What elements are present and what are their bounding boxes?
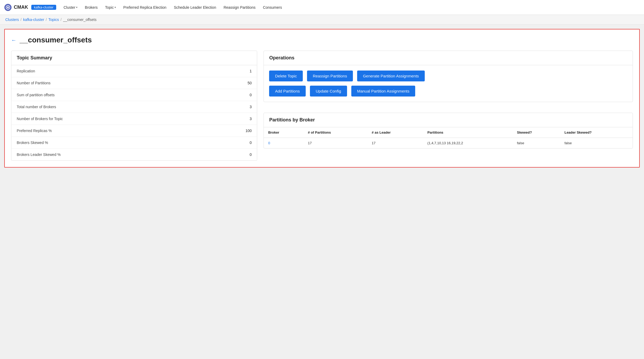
summary-row-total-brokers: Total number of Brokers 3 [11, 101, 257, 113]
manual-partition-assignments-button[interactable]: Manual Partition Assignments [351, 86, 415, 97]
skewed-cell: false [513, 138, 560, 148]
operations-header: Operations [264, 51, 633, 65]
btn-row-2: Add Partitions Update Config Manual Part… [269, 86, 627, 97]
breadcrumb: Clusters / kafka-cluster / Topics / __co… [0, 15, 644, 25]
reassign-partitions-button[interactable]: Reassign Partitions [307, 71, 353, 81]
topic-summary-card: Topic Summary Replication 1 Number of Pa… [11, 51, 257, 161]
svg-point-2 [7, 7, 9, 8]
back-arrow[interactable]: ← [11, 37, 16, 43]
broker-table-header-row: Broker # of Partitions # as Leader Parti… [264, 127, 633, 138]
nav-item-reassign-partitions[interactable]: Reassign Partitions [220, 3, 259, 12]
partitions-by-broker-card: Partitions by Broker Broker # of Partiti… [264, 113, 633, 148]
update-config-button[interactable]: Update Config [310, 86, 347, 97]
num-as-leader-cell: 17 [367, 138, 423, 148]
num-partitions-cell: 17 [304, 138, 367, 148]
nav-item-schedule-leader[interactable]: Schedule Leader Election [171, 3, 220, 12]
breadcrumb-sep-3: / [60, 17, 62, 22]
brand-name: CMAK [14, 5, 28, 10]
skewed-col-header: Skewed? [513, 127, 560, 138]
operations-card: Operations Delete Topic Reassign Partiti… [264, 51, 633, 102]
topic-summary-header: Topic Summary [11, 51, 257, 65]
partitions-col-header: Partitions [423, 127, 513, 138]
topic-dropdown-arrow: ▾ [115, 6, 116, 9]
brand: CMAK [4, 4, 28, 11]
breadcrumb-sep-2: / [46, 17, 47, 22]
breadcrumb-sep-1: / [20, 17, 21, 22]
summary-row-brokers-for-topic: Number of Brokers for Topic 3 [11, 113, 257, 125]
partitions-cell: (1,4,7,10,13 16,19,22,2 [423, 138, 513, 148]
breadcrumb-clusters[interactable]: Clusters [5, 17, 19, 22]
cluster-dropdown-arrow: ▾ [76, 6, 77, 9]
summary-row-brokers-leader-skewed: Brokers Leader Skewed % 0 [11, 149, 257, 160]
nav-item-brokers[interactable]: Brokers [82, 3, 101, 12]
generate-partition-assignments-button[interactable]: Generate Partition Assignments [357, 71, 425, 81]
summary-row-sum-offsets: Sum of partition offsets 0 [11, 89, 257, 101]
summary-row-preferred-replicas: Preferred Replicas % 100 [11, 125, 257, 137]
cluster-badge[interactable]: kafka-cluster [31, 5, 56, 10]
broker-table: Broker # of Partitions # as Leader Parti… [264, 127, 633, 148]
page-title-row: ← __consumer_offsets [11, 36, 633, 44]
add-partitions-button[interactable]: Add Partitions [269, 86, 305, 97]
num-partitions-col-header: # of Partitions [304, 127, 367, 138]
leader-skewed-cell: false [560, 138, 633, 148]
nav-item-topic[interactable]: Topic ▾ [102, 3, 119, 12]
num-as-leader-col-header: # as Leader [367, 127, 423, 138]
breadcrumb-current: __consumer_offsets [63, 17, 97, 22]
partitions-by-broker-header: Partitions by Broker [264, 113, 633, 127]
operations-buttons: Delete Topic Reassign Partitions Generat… [264, 65, 633, 102]
content-grid: Topic Summary Replication 1 Number of Pa… [11, 51, 633, 161]
delete-topic-button[interactable]: Delete Topic [269, 71, 303, 81]
broker-id-cell: 0 [264, 138, 304, 148]
summary-row-brokers-skewed: Brokers Skewed % 0 [11, 137, 257, 149]
nav-item-cluster[interactable]: Cluster ▾ [60, 3, 81, 12]
breadcrumb-kafka-cluster[interactable]: kafka-cluster [23, 17, 44, 22]
summary-row-replication: Replication 1 [11, 65, 257, 77]
nav-item-consumers[interactable]: Consumers [260, 3, 285, 12]
broker-link[interactable]: 0 [268, 141, 270, 145]
right-column: Operations Delete Topic Reassign Partiti… [264, 51, 633, 161]
breadcrumb-topics[interactable]: Topics [49, 17, 59, 22]
main-container: ← __consumer_offsets Topic Summary Repli… [4, 29, 640, 168]
cmak-icon [4, 4, 12, 11]
broker-col-header: Broker [264, 127, 304, 138]
summary-row-num-partitions: Number of Partitions 50 [11, 77, 257, 89]
page-title: __consumer_offsets [20, 36, 92, 44]
navbar: CMAK kafka-cluster Cluster ▾ Brokers Top… [0, 0, 644, 15]
table-row: 0 17 17 (1,4,7,10,13 16,19,22,2 false fa… [264, 138, 633, 148]
leader-skewed-col-header: Leader Skewed? [560, 127, 633, 138]
summary-table: Replication 1 Number of Partitions 50 Su… [11, 65, 257, 160]
btn-row-1: Delete Topic Reassign Partitions Generat… [269, 71, 627, 81]
nav-item-preferred-replica[interactable]: Preferred Replica Election [120, 3, 170, 12]
